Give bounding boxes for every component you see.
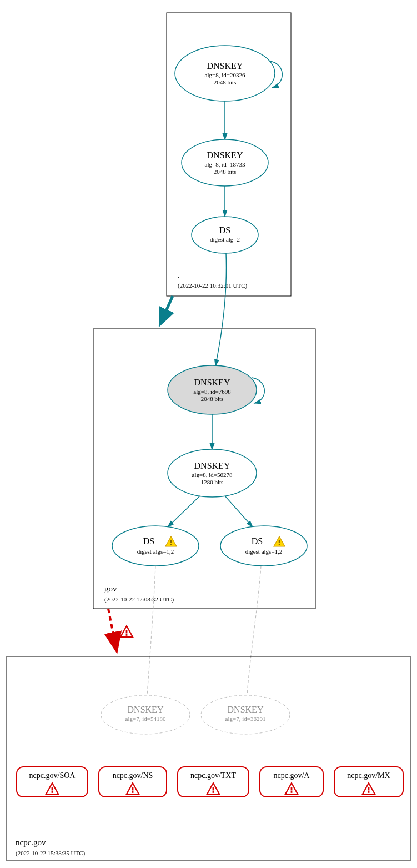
svg-text:digest algs=1,2: digest algs=1,2 (245, 548, 283, 555)
record-mx: ncpc.gov/MX (334, 767, 403, 797)
error-icon (120, 626, 133, 637)
zone-ncpc-label: ncpc.gov (16, 838, 46, 847)
record-a: ncpc.gov/A (260, 767, 323, 797)
svg-text:ncpc.gov/SOA: ncpc.gov/SOA (29, 771, 76, 780)
node-ncpc-key1: DNSKEY alg=7, id=54180 (101, 695, 190, 734)
svg-text:DS: DS (219, 225, 230, 235)
svg-text:ncpc.gov/NS: ncpc.gov/NS (113, 771, 153, 780)
record-txt: ncpc.gov/TXT (178, 767, 249, 797)
svg-text:ncpc.gov/A: ncpc.gov/A (274, 771, 310, 780)
svg-text:DNSKEY: DNSKEY (194, 378, 230, 387)
svg-text:alg=8, id=18733: alg=8, id=18733 (205, 161, 245, 168)
node-gov-ksk: DNSKEY alg=8, id=7698 2048 bits (168, 365, 257, 414)
svg-text:ncpc.gov/TXT: ncpc.gov/TXT (190, 771, 236, 780)
svg-point-24 (112, 526, 199, 566)
node-root-ksk: DNSKEY alg=8, id=20326 2048 bits (175, 46, 275, 101)
record-ns: ncpc.gov/NS (99, 767, 167, 797)
svg-text:DNSKEY: DNSKEY (194, 461, 230, 470)
svg-text:alg=7, id=36291: alg=7, id=36291 (225, 715, 266, 722)
svg-text:1280 bits: 1280 bits (201, 479, 224, 485)
svg-text:DNSKEY: DNSKEY (128, 705, 164, 714)
svg-text:2048 bits: 2048 bits (201, 395, 224, 402)
zone-root-label: . (178, 270, 180, 279)
edge-gov-to-ncpc (108, 609, 115, 645)
svg-text:DNSKEY: DNSKEY (228, 705, 264, 714)
edge-rootds-govksk (215, 253, 227, 366)
svg-text:alg=8, id=56278: alg=8, id=56278 (192, 471, 233, 478)
svg-text:digest alg=2: digest alg=2 (210, 236, 240, 243)
svg-text:alg=8, id=20326: alg=8, id=20326 (205, 72, 245, 78)
svg-text:digest algs=1,2: digest algs=1,2 (137, 548, 174, 555)
svg-text:alg=7, id=54180: alg=7, id=54180 (125, 715, 166, 722)
node-gov-ds2: DS digest algs=1,2 (220, 526, 307, 566)
zone-root-timestamp: (2022-10-22 10:32:01 UTC) (178, 282, 248, 289)
svg-text:ncpc.gov/MX: ncpc.gov/MX (347, 771, 390, 780)
svg-text:2048 bits: 2048 bits (214, 168, 237, 175)
zone-gov-label: gov (104, 584, 117, 593)
svg-text:alg=8, id=7698: alg=8, id=7698 (193, 388, 231, 395)
node-ncpc-key2: DNSKEY alg=7, id=36291 (201, 695, 290, 734)
svg-text:DNSKEY: DNSKEY (207, 150, 243, 160)
node-gov-ds1: DS digest algs=1,2 (112, 526, 199, 566)
zone-ncpc-timestamp: (2022-10-22 15:38:35 UTC) (16, 850, 86, 857)
svg-point-27 (220, 526, 307, 566)
edge-govzsk-ds1 (168, 496, 200, 527)
zone-ncpc-box (7, 656, 410, 861)
svg-text:DS: DS (252, 536, 263, 546)
edge-ds2-ncpckey2 (247, 566, 261, 695)
svg-point-30 (101, 695, 190, 734)
node-root-zsk: DNSKEY alg=8, id=18733 2048 bits (182, 139, 268, 186)
edge-root-to-gov (161, 296, 173, 322)
edge-govzsk-ds2 (225, 496, 253, 527)
svg-text:DS: DS (143, 536, 154, 546)
record-soa: ncpc.gov/SOA (17, 767, 88, 797)
edge-ds1-ncpckey1 (147, 566, 155, 695)
node-root-ds: DS digest alg=2 (192, 217, 258, 253)
svg-text:2048 bits: 2048 bits (214, 79, 237, 86)
svg-text:DNSKEY: DNSKEY (207, 61, 243, 71)
dnssec-graph: . (2022-10-22 10:32:01 UTC) DNSKEY alg=8… (0, 0, 417, 868)
zone-gov-timestamp: (2022-10-22 12:08:32 UTC) (104, 596, 174, 603)
svg-point-13 (192, 217, 258, 253)
node-gov-zsk: DNSKEY alg=8, id=56278 1280 bits (168, 449, 257, 497)
svg-point-33 (201, 695, 290, 734)
